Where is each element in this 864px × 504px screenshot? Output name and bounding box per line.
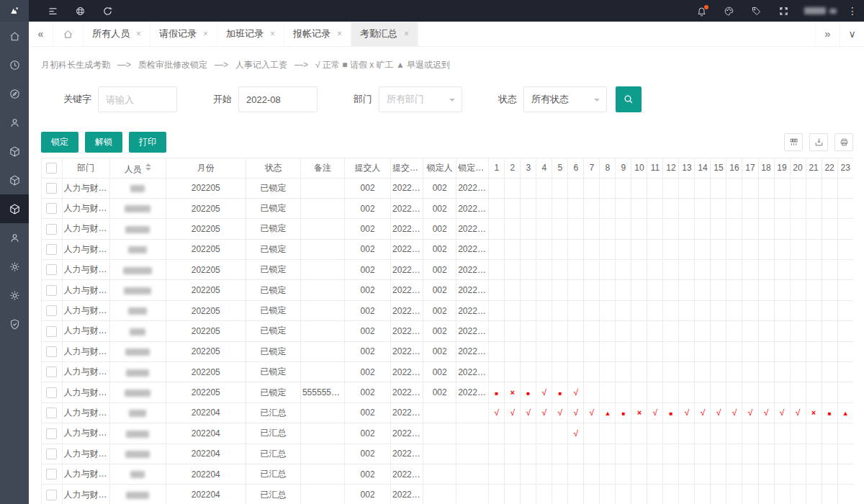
username-redacted-suffix [829,9,837,14]
cell-day-22 [822,239,837,259]
row-checkbox[interactable] [46,224,57,235]
close-icon[interactable]: × [203,29,208,39]
sidebar-item-9-gear[interactable] [0,252,29,281]
theme-palette-icon[interactable] [715,0,742,22]
home-tab-icon[interactable] [53,22,84,46]
tag-icon[interactable] [742,0,770,22]
start-month-input[interactable] [238,86,318,112]
close-icon[interactable]: × [337,29,342,39]
row-checkbox[interactable] [46,387,57,398]
row-checkbox-cell [42,423,62,444]
row-checkbox[interactable] [46,428,57,439]
tab-报帐记录[interactable]: 报帐记录× [284,22,351,46]
print-icon[interactable] [834,133,853,151]
tab-所有人员[interactable]: 所有人员× [84,22,150,46]
compass-icon [9,88,21,100]
sidebar-item-2-clock[interactable] [0,50,29,79]
notifications-bell-icon[interactable] [688,0,715,22]
tabs-collapse-left-icon[interactable]: « [29,22,53,46]
row-checkbox[interactable] [46,408,57,418]
row-checkbox[interactable] [46,264,57,275]
select-all-checkbox[interactable] [46,163,57,174]
sort-icon[interactable] [145,161,151,174]
sidebar-item-10-gear[interactable] [0,281,29,310]
row-checkbox[interactable] [46,366,57,377]
sidebar-item-1-home[interactable] [0,22,29,50]
cell-day-8 [600,280,616,300]
search-button[interactable] [616,86,642,112]
cell-day-7 [584,280,600,300]
column-header-人员[interactable]: 人员 [109,158,166,178]
row-checkbox[interactable] [46,285,57,296]
cell-day-4 [536,341,552,361]
cell-day-2 [505,341,521,361]
row-checkbox[interactable] [46,203,57,214]
column-header-day-23: 23 [837,158,853,178]
cell-locker: 002 [423,362,456,382]
menu-toggle-icon[interactable] [39,0,66,22]
sidebar-item-8-user[interactable] [0,223,29,252]
cell-day-2 [505,423,521,444]
row-checkbox[interactable] [46,183,57,194]
refresh-icon[interactable] [94,0,121,22]
cell-day-14: √ [695,402,711,423]
close-icon[interactable]: × [270,29,275,39]
sidebar-item-5-cube[interactable] [0,137,29,166]
row-checkbox[interactable] [46,244,57,255]
department-select-value: 所有部门 [387,93,424,106]
keyword-input[interactable] [98,86,177,112]
column-header-提交人: 提交人 [345,158,391,178]
sidebar-item-4-user[interactable] [0,108,29,137]
cell-day-20 [790,485,806,504]
lock-button[interactable]: 锁定 [41,132,78,153]
cell-day-13: √ [679,402,695,423]
fullscreen-icon[interactable] [770,0,797,22]
sidebar-item-11-shield-check[interactable] [0,310,29,338]
cell-day-15: √ [711,402,726,423]
export-icon[interactable] [809,133,828,151]
cell-day-11 [647,280,663,300]
table-row: 人力与财务管理科202204已汇总0022022-0...√√√√√√√▲■×√… [42,402,853,423]
sidebar-item-6-cube[interactable] [0,166,29,194]
row-checkbox[interactable] [46,449,57,459]
cell-day-16 [726,444,742,464]
sidebar-item-3-compass[interactable] [0,79,29,108]
row-checkbox[interactable] [46,346,57,357]
cell-month: 202205 [166,321,246,341]
cell-day-22 [822,341,837,361]
sidebar-item-7-cube[interactable] [0,194,29,223]
cell-day-12 [663,341,679,361]
tab-加班记录[interactable]: 加班记录× [217,22,284,46]
cell-dept: 人力与财务管理科 [62,485,109,504]
cell-day-15 [711,321,726,341]
status-select[interactable]: 所有状态 [523,86,607,112]
close-icon[interactable]: × [404,29,409,39]
row-checkbox[interactable] [46,469,57,480]
cell-day-20 [790,464,806,484]
print-button[interactable]: 打印 [129,132,166,153]
cell-day-4: √ [536,402,552,423]
cell-day-20 [790,219,806,239]
tab-考勤汇总[interactable]: 考勤汇总× [351,22,418,46]
cell-day-22 [822,444,837,464]
cell-day-17 [742,219,758,239]
department-select[interactable]: 所有部门 [379,86,462,112]
globe-icon[interactable] [66,0,94,22]
row-checkbox[interactable] [46,326,57,337]
more-options-icon[interactable]: ⋮ [844,5,861,17]
row-checkbox[interactable] [46,305,57,316]
cell-month: 202205 [166,178,246,198]
tab-请假记录[interactable]: 请假记录× [150,22,217,46]
tabs-dropdown-icon[interactable]: ∨ [840,22,864,46]
cell-day-23 [837,444,853,464]
unlock-button[interactable]: 解锁 [85,132,122,153]
cell-day-20 [790,239,806,259]
cell-day-7 [584,178,600,198]
cell-day-9 [616,464,631,484]
user-menu[interactable] [797,7,844,14]
tabs-expand-right-icon[interactable]: » [815,22,840,46]
filter-columns-icon[interactable] [784,133,803,151]
close-icon[interactable]: × [136,29,141,39]
app-logo[interactable] [0,0,29,22]
row-checkbox[interactable] [46,490,57,500]
